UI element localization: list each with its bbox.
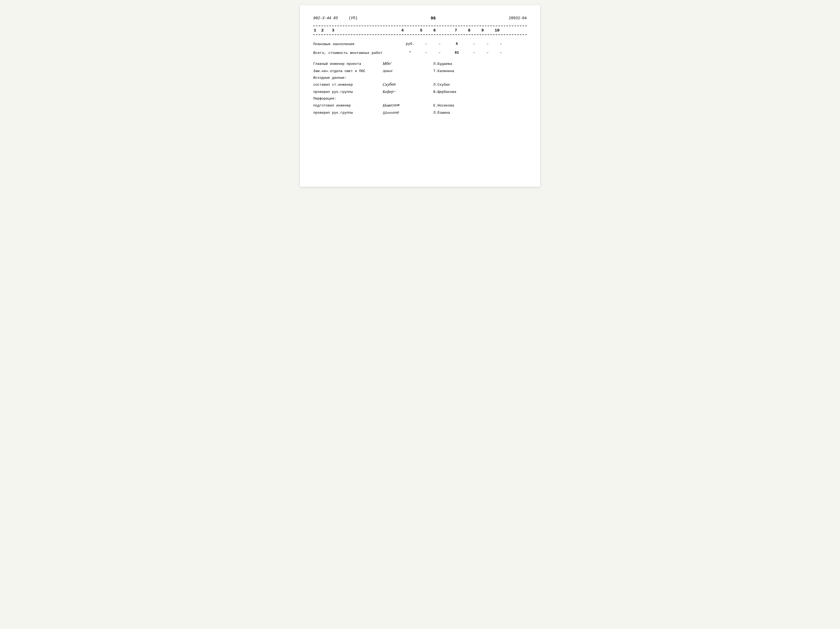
top-separator bbox=[313, 25, 527, 26]
checked-name: В.Щербакова bbox=[433, 90, 456, 94]
col10-1: – bbox=[494, 42, 507, 46]
prep-label: подготовил инженер bbox=[313, 104, 383, 107]
col5-1: – bbox=[420, 42, 433, 46]
checked-row: проверил рук.группы Кефер~ В.Щербакова bbox=[313, 89, 527, 94]
col-header-4: 4 bbox=[401, 28, 420, 33]
compiled-row: составил ст.инженер Скубан Л.Скубак bbox=[313, 82, 527, 87]
col-header-1: 1 bbox=[314, 28, 321, 33]
source-data-label: Исходные данные: bbox=[313, 76, 527, 80]
unit-2: " bbox=[401, 51, 420, 55]
col-header-10: 10 bbox=[495, 28, 505, 33]
col-header-8: 8 bbox=[468, 28, 482, 33]
doc-code: 20932-04 bbox=[509, 16, 527, 20]
header-row: 902-3-44 85 (УП) 96 20932-04 bbox=[313, 16, 527, 21]
col8-1: – bbox=[467, 42, 481, 46]
perforation-label: Перфорация: bbox=[313, 96, 527, 101]
verified-signature: Шлохиинр bbox=[383, 110, 431, 115]
chief-engineer-label: Главный инженер проекта bbox=[313, 62, 383, 66]
dep-head-name: Т.Калинина bbox=[433, 69, 454, 73]
document-page: 902-3-44 85 (УП) 96 20932-04 1 2 3 4 5 6… bbox=[300, 5, 540, 187]
column-headers: 1 2 3 4 5 6 7 8 9 10 bbox=[313, 28, 527, 35]
col-header-7: 7 bbox=[455, 28, 468, 33]
prep-name: Е.Носикова bbox=[433, 104, 454, 107]
col7-2: 91 bbox=[446, 51, 467, 55]
verified-row: проверил рук.группы Шлохиинр Л.Ёошина bbox=[313, 110, 527, 115]
col9-1: – bbox=[481, 42, 494, 46]
verified-label: проверил рук.группы bbox=[313, 111, 383, 115]
col-header-5: 5 bbox=[420, 28, 433, 33]
prep-row: подготовил инженер Новесиов Е.Носикова bbox=[313, 103, 527, 107]
col6-2: – bbox=[433, 51, 446, 55]
compiled-signature: Скубан bbox=[383, 82, 431, 87]
col7-1: 5 bbox=[446, 42, 467, 46]
description-1: Плановые накопления bbox=[313, 42, 401, 47]
table-row: Всего, стоимость монтажных работ " – – 9… bbox=[313, 51, 527, 56]
checked-signature: Кефер~ bbox=[383, 89, 431, 94]
dep-head-label: Зам.нач.отдела смет и ПОС bbox=[313, 69, 383, 73]
col6-1: – bbox=[433, 42, 446, 46]
doc-type: (УП) bbox=[349, 16, 358, 20]
compiled-label: составил ст.инженер bbox=[313, 83, 383, 87]
col-header-2: 2 bbox=[321, 28, 332, 33]
col8-2: – bbox=[467, 51, 481, 55]
col-header-3: 3 bbox=[332, 28, 401, 33]
col5-2: – bbox=[420, 51, 433, 55]
signatures-section: Главный инженер проекта Мбе/ Л.Будаева З… bbox=[313, 61, 527, 115]
content-area: Плановые накопления руб. – – 5 – – – Все… bbox=[313, 36, 527, 115]
doc-number: 902-3-44 85 bbox=[313, 16, 338, 20]
chief-engineer-name: Л.Будаева bbox=[433, 62, 452, 66]
table-row: Плановые накопления руб. – – 5 – – – bbox=[313, 42, 527, 47]
page-number: 96 bbox=[358, 16, 509, 21]
compiled-name: Л.Скубак bbox=[433, 83, 450, 87]
dep-head-row: Зам.нач.отдела смет и ПОС Аткис Т.Калини… bbox=[313, 69, 527, 73]
checked-label: проверил рук.группы bbox=[313, 90, 383, 94]
col9-2: – bbox=[481, 51, 494, 55]
header-left: 902-3-44 85 (УП) bbox=[313, 16, 358, 20]
unit-1: руб. bbox=[401, 42, 420, 46]
prep-signature: Новесиов bbox=[383, 103, 431, 107]
dep-head-signature: Аткис bbox=[383, 69, 431, 73]
verified-name: Л.Ёошина bbox=[433, 111, 450, 115]
col-header-9: 9 bbox=[482, 28, 495, 33]
chief-engineer-signature: Мбе/ bbox=[383, 61, 431, 66]
col-header-6: 6 bbox=[433, 28, 455, 33]
col10-2: – bbox=[494, 51, 507, 55]
description-2: Всего, стоимость монтажных работ bbox=[313, 51, 401, 56]
chief-engineer-row: Главный инженер проекта Мбе/ Л.Будаева bbox=[313, 61, 527, 66]
